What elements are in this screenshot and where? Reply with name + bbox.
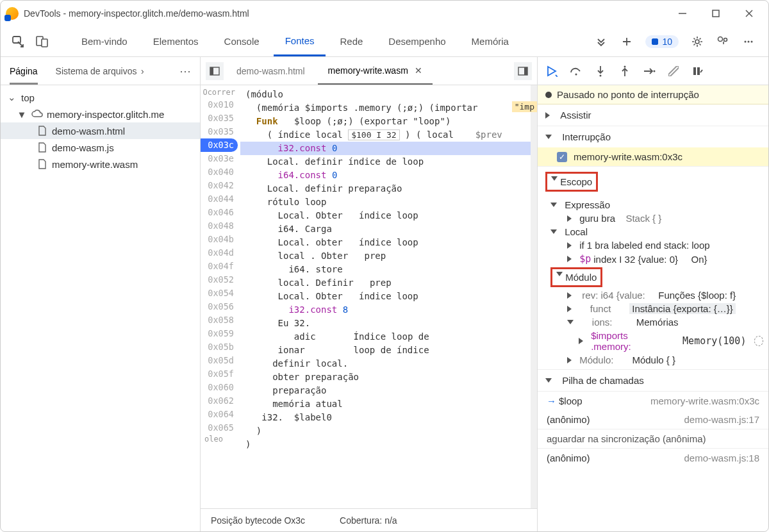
step-icon[interactable] <box>643 65 656 78</box>
svg-line-19 <box>556 75 558 77</box>
tree-file[interactable]: demo-wasm.html <box>1 122 200 139</box>
caret-right-icon <box>567 306 572 312</box>
editor-tab[interactable]: memory-write.wasm✕ <box>318 57 433 85</box>
scope-row[interactable]: $imports .memory: Memory(100) <box>538 329 768 353</box>
step-out-icon[interactable] <box>618 65 631 78</box>
caret-down-icon <box>545 135 552 139</box>
callstack-row[interactable]: (anônimo)demo-wasm.js:18 <box>538 449 768 467</box>
pane-scope[interactable]: Escopo <box>538 166 768 197</box>
svg-point-9 <box>695 40 699 44</box>
step-over-icon[interactable] <box>570 65 583 78</box>
chevron-icon: › <box>136 66 148 76</box>
scope-local[interactable]: Local <box>538 225 768 238</box>
close-button[interactable] <box>743 7 756 20</box>
inspect-icon[interactable] <box>11 35 25 49</box>
code-area[interactable]: "imp (módulo (memória $imports .memory (… <box>240 85 531 508</box>
gear-icon[interactable] <box>754 336 763 346</box>
issues-count: 10 <box>662 37 672 47</box>
tab-performance[interactable]: Desempenho <box>377 26 457 56</box>
callstack-row[interactable]: (anônimo)demo-wasm.js:17 <box>538 410 768 429</box>
caret-down-icon <box>551 176 558 181</box>
main-tab-bar: Bem-vindo Elementos Console Fontes Rede … <box>1 26 768 57</box>
scope-row[interactable]: if 1 bra labeled end stack: loop <box>538 238 768 252</box>
svg-rect-1 <box>713 10 719 17</box>
chevron-down-icon: ⌄ <box>6 92 17 103</box>
checkbox-checked-icon[interactable]: ✓ <box>557 152 567 162</box>
editor-tab-bar: demo-wasm.html memory-write.wasm✕ <box>201 57 537 85</box>
step-into-icon[interactable] <box>594 65 607 78</box>
svg-point-12 <box>745 40 747 42</box>
scope-row[interactable]: ions: Memórias <box>538 315 768 329</box>
pane-breakpoints[interactable]: Interrupção <box>538 126 768 147</box>
scope-row[interactable]: funct Instância {exporta: {…}} <box>538 302 768 315</box>
gutter-label: Ocorrer <box>201 88 238 98</box>
debugger-panel: Pausado no ponto de interrupção Assistir… <box>538 57 768 531</box>
issues-badge[interactable]: 10 <box>645 35 679 48</box>
svg-rect-18 <box>524 67 527 75</box>
pane-watch[interactable]: Assistir <box>538 104 768 126</box>
svg-rect-6 <box>42 39 47 47</box>
caret-down-icon: ▼ <box>16 109 28 120</box>
tab-console[interactable]: Console <box>213 26 271 56</box>
editor-panel: demo-wasm.html memory-write.wasm✕ Ocorre… <box>201 57 538 531</box>
more-tabs-icon[interactable] <box>594 35 608 49</box>
code-editor[interactable]: Ocorrer 0x010 0x035 0x035 0x03c 0x03e 0x… <box>201 85 537 508</box>
inline-hint: "imp <box>512 101 531 112</box>
caret-right-icon <box>567 357 572 363</box>
app-icon <box>6 7 19 20</box>
minimize-button[interactable] <box>676 7 689 20</box>
caret-down-icon <box>567 320 574 324</box>
svg-rect-4 <box>13 37 21 43</box>
scope-row[interactable]: Módulo: Módulo { } <box>538 353 768 367</box>
show-navigator-icon[interactable] <box>206 62 224 80</box>
new-tab-icon[interactable] <box>620 35 634 49</box>
tab-sources[interactable]: Fontes <box>274 26 326 56</box>
tree-top[interactable]: ⌄top <box>1 89 200 106</box>
tree-origin[interactable]: ▼ memory-inspector.glitch.me <box>1 106 200 122</box>
svg-point-24 <box>624 65 626 67</box>
pause-exceptions-icon[interactable] <box>691 65 704 78</box>
breakpoint-row[interactable]: ✓ memory-write.wasm:0x3c <box>538 147 768 166</box>
nav-more-icon[interactable]: ⋯ <box>170 64 200 78</box>
show-debugger-icon[interactable] <box>514 62 532 80</box>
tab-network[interactable]: Rede <box>328 26 374 56</box>
pane-callstack[interactable]: Pilha de chamadas <box>538 369 768 391</box>
nav-tab-filesystem[interactable]: Sistema de arquivos› <box>47 57 158 85</box>
scope-module[interactable]: Módulo <box>538 266 768 288</box>
caret-right-icon <box>567 292 572 299</box>
device-toggle-icon[interactable] <box>35 35 49 49</box>
scope-row[interactable]: rev: i64 {value: Funções {$loop: f} <box>538 288 768 302</box>
scope-tree: Expressão guru bra Stack { } Local if 1 … <box>538 197 768 369</box>
callstack-row[interactable]: aguardar na sincronização (anônima) <box>538 429 768 449</box>
editor-tab[interactable]: demo-wasm.html <box>226 57 315 85</box>
caret-right-icon <box>545 112 550 119</box>
scope-row[interactable]: $pindex I 32 {value: 0} On} <box>538 252 768 266</box>
maximize-button[interactable] <box>709 7 722 20</box>
tree-file[interactable]: demo-wasm.js <box>1 139 200 156</box>
scope-row[interactable]: guru bra Stack { } <box>538 212 768 225</box>
deactivate-breakpoints-icon[interactable] <box>667 65 680 78</box>
tree-file[interactable]: memory-write.wasm <box>1 156 200 172</box>
coverage-status: Cobertura: n/a <box>340 515 397 526</box>
tab-welcome[interactable]: Bem-vindo <box>70 26 139 56</box>
window-controls <box>676 7 763 20</box>
cloud-icon <box>31 108 43 120</box>
kebab-menu-icon[interactable] <box>741 35 756 49</box>
svg-point-10 <box>718 37 723 41</box>
feedback-icon[interactable] <box>716 35 730 49</box>
callstack-row[interactable]: →$loopmemory-write.wasm:0x3c <box>538 391 768 410</box>
svg-point-14 <box>751 40 753 42</box>
current-frame-arrow-icon: → <box>547 395 556 406</box>
scope-expression[interactable]: Expressão <box>538 198 768 212</box>
tab-memory[interactable]: Memória <box>460 26 520 56</box>
caret-down-icon <box>556 272 563 276</box>
window-title: DevTools - memory-inspector.glitch.me/de… <box>24 8 249 19</box>
settings-icon[interactable] <box>690 35 704 49</box>
close-tab-icon[interactable]: ✕ <box>415 65 422 76</box>
debugger-toolbar <box>538 57 768 85</box>
nav-tab-page[interactable]: Página <box>1 57 47 85</box>
callstack-list: →$loopmemory-write.wasm:0x3c (anônimo)de… <box>538 391 768 467</box>
resume-icon[interactable] <box>545 65 558 78</box>
tab-elements[interactable]: Elementos <box>142 26 210 56</box>
vertical-scrollbar[interactable] <box>531 85 537 508</box>
